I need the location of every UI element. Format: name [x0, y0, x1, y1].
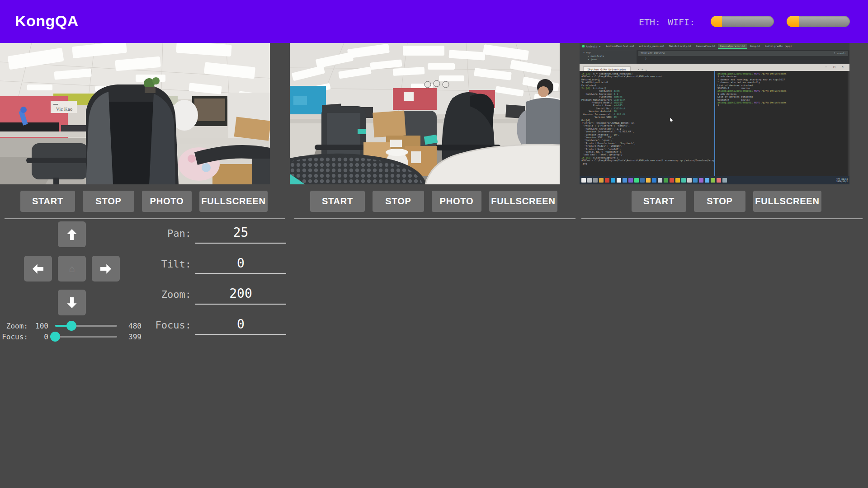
eth-progress — [711, 16, 774, 27]
camera-1-fullscreen-button[interactable]: FULLSCREEN — [199, 191, 268, 212]
wifi-progress-fill — [787, 16, 799, 27]
mouse-cursor-icon — [670, 117, 674, 122]
dpad-up-button[interactable] — [58, 221, 86, 247]
ide-menu-bar: Android ▾ AndroidManifest.xmlactivity_ma… — [580, 43, 849, 50]
tilt-field-input[interactable]: 0 — [195, 254, 286, 274]
kongqa-app: KongQA ETH: WIFI: — [0, 0, 868, 488]
divider-2 — [294, 218, 576, 219]
tilt-field-value: 0 — [237, 256, 245, 271]
camera-3-button-row: START STOP FULLSCREEN — [632, 191, 821, 212]
eth-label: ETH: — [639, 17, 660, 28]
camera-2-stop-button[interactable]: STOP — [373, 191, 424, 212]
right-arrow-icon — [99, 262, 113, 276]
camera-3-stop-button[interactable]: STOP — [694, 191, 745, 212]
office-sign-text: Vic Kao — [56, 106, 73, 112]
focus-field-input[interactable]: 0 — [195, 315, 286, 335]
camera-feed-1: Vic Kao — [0, 43, 270, 184]
focus-slider-min: 0 — [28, 333, 48, 341]
console-left-pane: In [3]: k = RobotRun.kong.KongADB()ADBCm… — [580, 71, 714, 176]
camera-1-stop-button[interactable]: STOP — [83, 191, 134, 212]
pan-field-input[interactable]: 25 — [195, 224, 286, 244]
zoom-field-label: Zoom: — [127, 285, 191, 305]
pan-field-label: Pan: — [127, 224, 191, 244]
wifi-progress — [787, 16, 850, 27]
dpad-left-button[interactable] — [24, 256, 52, 282]
camera-feed-2 — [290, 43, 560, 184]
ide-tab-bar: AndroidManifest.xmlactivity_main.xmlMain… — [604, 44, 794, 49]
up-arrow-icon — [65, 227, 79, 242]
divider-3 — [581, 218, 863, 219]
focus-slider-thumb[interactable] — [50, 332, 60, 342]
ide-project-selector: Android ▾ — [582, 45, 601, 48]
ide-code-line: } — [637, 57, 849, 60]
down-arrow-icon — [65, 296, 79, 310]
app-bar: KongQA ETH: WIFI: — [0, 0, 868, 43]
dpad-center-button[interactable]: ⌂ — [58, 256, 86, 282]
camera-feed-3: Android ▾ AndroidManifest.xmlactivity_ma… — [580, 43, 849, 184]
camera-3-fullscreen-button[interactable]: FULLSCREEN — [753, 191, 821, 212]
camera-2-start-button[interactable]: START — [310, 191, 365, 212]
zoom-field-value: 200 — [229, 286, 252, 301]
focus-slider-label: Focus: — [0, 333, 28, 341]
zoom-slider-min: 100 — [28, 322, 48, 330]
dpad-down-button[interactable] — [58, 290, 86, 315]
camera-2-fullscreen-button[interactable]: FULLSCREEN — [489, 191, 557, 212]
camera-feed-1-image: Vic Kao — [0, 43, 270, 184]
ide-search-field: TEMPLATE_PREVIEW 1 result — [638, 51, 848, 56]
taskbar: 下午 04:13 2020/12/2 — [580, 176, 849, 184]
ide-project-tree: ▾ app ▸ manifests ▾ java — [580, 50, 637, 65]
camera-2-photo-button[interactable]: PHOTO — [432, 191, 481, 212]
taskbar-icons — [581, 178, 727, 183]
ide-region: Android ▾ AndroidManifest.xmlactivity_ma… — [580, 43, 849, 64]
camera-3-start-button[interactable]: START — [632, 191, 686, 212]
camera-1-button-row: START STOP PHOTO FULLSCREEN — [20, 191, 268, 212]
app-title: KongQA — [15, 12, 79, 30]
console-title-bar: IPython G:My Drive/codes ✕ + ⌄ — ▢ ✕ — [580, 64, 849, 71]
focus-field-value: 0 — [237, 317, 245, 332]
camera-feed-2-image — [290, 43, 560, 184]
dpad-right-button[interactable] — [92, 256, 120, 282]
camera-1-start-button[interactable]: START — [20, 191, 75, 212]
focus-field-label: Focus: — [127, 315, 191, 335]
console-right-pane: ahuang11@6622209346NB001 MSYS /g/My Driv… — [715, 71, 849, 176]
taskbar-clock: 下午 04:13 2020/12/2 — [836, 178, 848, 183]
wifi-label: WIFI: — [668, 17, 695, 28]
eth-progress-fill — [711, 16, 722, 27]
divider-1 — [5, 218, 285, 219]
tilt-field-label: Tilt: — [127, 254, 191, 274]
console-window-controls: — ▢ ✕ — [825, 65, 846, 69]
zoom-slider-label: Zoom: — [0, 322, 28, 330]
zoom-slider-thumb[interactable] — [66, 321, 76, 331]
camera-1-photo-button[interactable]: PHOTO — [142, 191, 192, 212]
home-icon: ⌂ — [69, 263, 75, 275]
camera-2-button-row: START STOP PHOTO FULLSCREEN — [310, 191, 557, 212]
zoom-field-input[interactable]: 200 — [195, 285, 286, 305]
zoom-slider[interactable] — [55, 325, 117, 327]
focus-slider[interactable] — [55, 336, 117, 338]
left-arrow-icon — [31, 262, 45, 276]
pan-field-value: 25 — [233, 225, 249, 240]
